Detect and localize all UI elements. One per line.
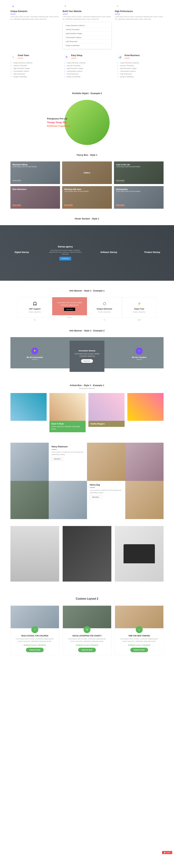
donate-card: ✎ SOCIAL ENTERPISE FOR CHARITY Lorem ips… (63, 606, 111, 655)
showcase-card[interactable] (10, 526, 59, 582)
article-box[interactable]: Healthy Bloggers (89, 421, 125, 427)
hero-card[interactable]: Startup agencyLorem ipsum dolor sit amet… (44, 245, 87, 260)
hero-card[interactable]: Software Startup (87, 251, 130, 255)
list-title: Grow Business (124, 54, 140, 57)
read-more-button[interactable]: Read More (90, 495, 101, 499)
showcase-row (0, 519, 174, 589)
list-item: Customisation Options (64, 70, 110, 72)
donate-button[interactable]: DONATE NOW (130, 648, 148, 652)
read-more-link[interactable]: READ MORE (116, 180, 124, 182)
donate-button[interactable]: DONATE NOW (78, 648, 96, 652)
article-box[interactable]: Down To SkateDonec mauris leo, sollicitu… (49, 421, 85, 432)
dropdown-item[interactable]: Fully Responsive (64, 39, 110, 43)
read-more-button[interactable]: Read More (51, 457, 63, 461)
donate-button[interactable]: DONATE NOW (26, 648, 44, 652)
donate-of: donated of (83, 644, 91, 646)
read-more-link[interactable]: READ MORE (13, 180, 21, 182)
brand-name: Orangy Tangy INC. (47, 121, 70, 124)
list-column: 📊 Grow Business Unique Elements Collecti… (117, 54, 164, 78)
hexagon-icon: ⬡ (90, 302, 119, 306)
info-card[interactable]: 🎧24/7 supportDonec mauris leo (18, 297, 52, 318)
card-desc: Lorem ipsum dolor sit amet facilisis (64, 190, 109, 193)
list-item: Used by Thousands (117, 64, 164, 67)
card-title: photography (116, 188, 161, 190)
dropdown-item[interactable]: Customisation Options (64, 36, 110, 39)
info-card-wrap: ⬡Unique ElementsDonec mauris leoLeft (87, 297, 122, 321)
inno-center-card[interactable]: Innovative StartupLorem ipsum dolor sit … (70, 341, 104, 372)
brand-name: KiviGreen Coporation (47, 124, 70, 128)
divider (124, 58, 130, 58)
fancy-card[interactable]: Mountain HikingLorem ipsum dolor sit ame… (10, 161, 60, 184)
showcase-card[interactable] (63, 526, 111, 582)
charity-icon: ☼ (136, 626, 143, 633)
hero-card[interactable]: Product Startup (130, 251, 174, 255)
team-desc: Lorem Ipsum is simply text of the printi… (90, 489, 123, 494)
list-header: ☺ Great Team (10, 54, 57, 60)
fancy-card[interactable]: New AdventureREAD MORE (10, 186, 60, 209)
donate-image (115, 606, 164, 628)
list-item: Used by Thousands (64, 64, 110, 67)
info-card[interactable]: ⚡Super FastDonec mauris leo (122, 297, 157, 318)
brand-name: Pomijuices Pvt Ltd (47, 117, 70, 121)
read-more-link[interactable]: READ MORE (116, 204, 124, 207)
article-grid: Down To SkateDonec mauris leo, sollicitu… (0, 393, 174, 432)
innovation-banner: 💡We Are Innovativeused by Innovative Sta… (0, 337, 174, 375)
info-banner-grid: 🎧24/7 supportDonec mauris leoTop Lorem i… (0, 297, 174, 321)
inno-title: We Are Innovative (18, 356, 52, 358)
info-title: Unique Elements (90, 308, 119, 310)
read-more-button[interactable]: Read More (59, 257, 71, 260)
list-item: Fully Responsive (117, 72, 164, 75)
read-more-button[interactable]: Read More (81, 359, 93, 363)
read-more-button[interactable]: Read More (64, 308, 75, 311)
list-title: Easy Setup (71, 54, 82, 57)
dropdown-item[interactable]: Unique Elements Collection (64, 24, 110, 28)
info-card-highlight[interactable]: Lorem ipsum dolor sit amet, facilisis co… (52, 297, 87, 315)
raised-amount: $1,562.00 (128, 644, 135, 646)
info-desc: Donec mauris leo (20, 311, 49, 313)
fancy-card[interactable]: photographyLorem ipsum dolor sit amet fa… (114, 186, 164, 209)
dropdown-menu: Unique Elements Collection Used by Thous… (63, 22, 111, 49)
feature-card: ⚡ High Performance Lorem ipsum dolor sit… (115, 3, 164, 49)
dropdown-item[interactable]: High Resolution Images (64, 32, 110, 36)
inno-left-card[interactable]: 💡We Are Innovativeused by (18, 347, 52, 361)
fancy-card[interactable]: Working with teamLorem ipsum dolor sit a… (62, 186, 112, 209)
article-col: Down To SkateDonec mauris leo, sollicitu… (49, 393, 85, 432)
donate-desc: Lorem ipsum dolor sit amet, consectetur … (118, 638, 160, 643)
fancy-card[interactable]: Love in the cityLorem ipsum dolor sit am… (114, 161, 164, 184)
article-title: Healthy Bloggers (91, 423, 123, 425)
fancy-card[interactable]: Gallery (62, 161, 112, 184)
donate-image (10, 606, 59, 628)
team-photo (87, 443, 125, 481)
info-desc: Donec mauris leo (125, 311, 154, 313)
dropdown-item[interactable]: Used by Thousands (64, 28, 110, 32)
check-list: Unique Elements Collection Used by Thous… (117, 61, 164, 78)
showcase-card[interactable] (115, 526, 164, 582)
list-item: Design & Marketing (64, 75, 110, 78)
list-item: High Resolution Images (117, 67, 164, 70)
read-more-link[interactable]: READ MORE (64, 204, 73, 207)
inno-sub: used by (122, 358, 157, 361)
article-image (10, 393, 47, 432)
dropdown-item[interactable]: Design & Marketing (64, 43, 110, 48)
team-bio: Henry Robinson Lorem Ipsum is simply tex… (49, 443, 87, 481)
donate-progress: $1,562.00 donated of $2,400.00 (66, 644, 108, 646)
donate-title: SOCIAL ENTERPISE FOR CHARITY (66, 635, 108, 637)
headphones-icon: 🎧 (20, 302, 49, 306)
portfolio-showcase: Pomijuices Pvt Ltd Orangy Tangy INC. Kiv… (0, 100, 174, 145)
section-subtitle: Showcase of awesome (0, 387, 174, 390)
raised-amount: $1,562.00 (24, 644, 31, 646)
layers-icon: ◈ (10, 3, 16, 9)
donate-of: donated of (31, 644, 39, 646)
info-card[interactable]: ⬡Unique ElementsDonec mauris leo (87, 297, 122, 318)
donate-of: donated of (135, 644, 143, 646)
hero-card[interactable]: Digital Startup (0, 251, 44, 255)
bolt-icon: ⚡ (125, 302, 154, 306)
divider (71, 58, 76, 58)
feature-title: Unique Elements (10, 10, 59, 12)
list-item: High Resolution Images (64, 67, 110, 70)
list-title: Great Team (18, 54, 29, 57)
read-more-link[interactable]: READ MORE (13, 204, 21, 207)
list-item: Design & Marketing (117, 75, 164, 78)
charity-icon: ✎ (83, 626, 91, 633)
inno-right-card[interactable]: ✏We Are Creativeused by (122, 347, 157, 361)
